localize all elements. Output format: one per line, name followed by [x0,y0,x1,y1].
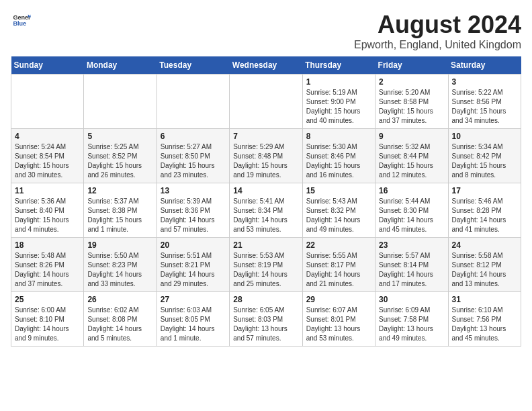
calendar-cell: 19Sunrise: 5:50 AM Sunset: 8:23 PM Dayli… [84,238,157,292]
calendar-cell [157,75,229,129]
calendar-cell: 13Sunrise: 5:39 AM Sunset: 8:36 PM Dayli… [157,183,229,238]
day-info: Sunrise: 5:25 AM Sunset: 8:52 PM Dayligh… [87,142,152,180]
page-subtitle: Epworth, England, United Kingdom [354,39,521,51]
week-row-5: 25Sunrise: 6:00 AM Sunset: 8:10 PM Dayli… [11,292,521,347]
week-row-2: 4Sunrise: 5:24 AM Sunset: 8:54 PM Daylig… [11,129,521,183]
day-info: Sunrise: 6:09 AM Sunset: 7:58 PM Dayligh… [379,306,444,343]
column-header-sunday: Sunday [11,56,84,75]
calendar-cell: 31Sunrise: 6:10 AM Sunset: 7:56 PM Dayli… [448,292,521,347]
logo: General Blue [11,11,31,32]
day-info: Sunrise: 5:30 AM Sunset: 8:46 PM Dayligh… [306,142,371,180]
day-number: 21 [233,240,298,250]
calendar-cell: 6Sunrise: 5:27 AM Sunset: 8:50 PM Daylig… [157,129,229,183]
day-number: 8 [306,132,371,141]
calendar-cell: 20Sunrise: 5:51 AM Sunset: 8:21 PM Dayli… [157,238,229,292]
day-info: Sunrise: 5:50 AM Sunset: 8:23 PM Dayligh… [87,251,152,289]
day-number: 23 [379,240,444,250]
calendar-header-row: SundayMondayTuesdayWednesdayThursdayFrid… [11,56,521,75]
day-info: Sunrise: 5:19 AM Sunset: 9:00 PM Dayligh… [306,88,371,126]
day-info: Sunrise: 5:44 AM Sunset: 8:30 PM Dayligh… [379,197,444,234]
day-info: Sunrise: 5:22 AM Sunset: 8:56 PM Dayligh… [452,88,517,126]
day-info: Sunrise: 5:41 AM Sunset: 8:34 PM Dayligh… [233,197,298,234]
day-info: Sunrise: 6:03 AM Sunset: 8:05 PM Dayligh… [161,306,226,343]
column-header-saturday: Saturday [448,56,521,75]
calendar-cell: 4Sunrise: 5:24 AM Sunset: 8:54 PM Daylig… [11,129,84,183]
calendar-cell: 3Sunrise: 5:22 AM Sunset: 8:56 PM Daylig… [448,75,521,129]
day-number: 15 [306,186,371,195]
day-number: 1 [306,77,371,87]
calendar-cell: 15Sunrise: 5:43 AM Sunset: 8:32 PM Dayli… [302,183,375,238]
day-number: 3 [452,77,517,87]
week-row-4: 18Sunrise: 5:48 AM Sunset: 8:26 PM Dayli… [11,238,521,292]
day-number: 31 [452,295,517,304]
day-info: Sunrise: 6:07 AM Sunset: 8:01 PM Dayligh… [306,306,371,343]
calendar-cell [11,75,84,129]
day-info: Sunrise: 5:24 AM Sunset: 8:54 PM Dayligh… [15,142,80,180]
day-number: 20 [161,240,226,250]
day-info: Sunrise: 5:20 AM Sunset: 8:58 PM Dayligh… [379,88,444,126]
day-info: Sunrise: 6:05 AM Sunset: 8:03 PM Dayligh… [233,306,298,343]
calendar-cell: 14Sunrise: 5:41 AM Sunset: 8:34 PM Dayli… [230,183,302,238]
day-info: Sunrise: 6:10 AM Sunset: 7:56 PM Dayligh… [452,306,517,343]
column-header-friday: Friday [375,56,448,75]
day-number: 5 [87,132,152,141]
calendar-cell: 5Sunrise: 5:25 AM Sunset: 8:52 PM Daylig… [84,129,157,183]
calendar-cell: 8Sunrise: 5:30 AM Sunset: 8:46 PM Daylig… [302,129,375,183]
calendar-cell: 10Sunrise: 5:34 AM Sunset: 8:42 PM Dayli… [448,129,521,183]
day-number: 10 [452,132,517,141]
calendar-cell: 11Sunrise: 5:36 AM Sunset: 8:40 PM Dayli… [11,183,84,238]
day-info: Sunrise: 5:43 AM Sunset: 8:32 PM Dayligh… [306,197,371,234]
day-number: 30 [379,295,444,304]
day-number: 7 [233,132,298,141]
day-info: Sunrise: 6:00 AM Sunset: 8:10 PM Dayligh… [15,306,80,343]
day-info: Sunrise: 5:57 AM Sunset: 8:14 PM Dayligh… [379,251,444,289]
day-info: Sunrise: 5:37 AM Sunset: 8:38 PM Dayligh… [87,197,152,234]
day-number: 16 [379,186,444,195]
calendar-cell: 18Sunrise: 5:48 AM Sunset: 8:26 PM Dayli… [11,238,84,292]
day-number: 6 [161,132,226,141]
calendar-cell: 24Sunrise: 5:58 AM Sunset: 8:12 PM Dayli… [448,238,521,292]
calendar-cell: 17Sunrise: 5:46 AM Sunset: 8:28 PM Dayli… [448,183,521,238]
day-number: 22 [306,240,371,250]
calendar-cell [84,75,157,129]
day-number: 12 [87,186,152,195]
day-info: Sunrise: 5:53 AM Sunset: 8:19 PM Dayligh… [233,251,298,289]
day-number: 19 [87,240,152,250]
title-block: August 2024 Epworth, England, United Kin… [354,11,521,51]
day-info: Sunrise: 5:48 AM Sunset: 8:26 PM Dayligh… [15,251,80,289]
page-header: General Blue August 2024 Epworth, Englan… [11,11,521,51]
column-header-wednesday: Wednesday [230,56,302,75]
day-number: 29 [306,295,371,304]
calendar-cell: 27Sunrise: 6:03 AM Sunset: 8:05 PM Dayli… [157,292,229,347]
calendar-cell: 9Sunrise: 5:32 AM Sunset: 8:44 PM Daylig… [375,129,448,183]
day-info: Sunrise: 5:32 AM Sunset: 8:44 PM Dayligh… [379,142,444,180]
calendar-cell: 1Sunrise: 5:19 AM Sunset: 9:00 PM Daylig… [302,75,375,129]
day-number: 24 [452,240,517,250]
day-number: 9 [379,132,444,141]
day-info: Sunrise: 5:29 AM Sunset: 8:48 PM Dayligh… [233,142,298,180]
calendar-cell: 23Sunrise: 5:57 AM Sunset: 8:14 PM Dayli… [375,238,448,292]
calendar-cell: 29Sunrise: 6:07 AM Sunset: 8:01 PM Dayli… [302,292,375,347]
calendar-table: SundayMondayTuesdayWednesdayThursdayFrid… [11,56,521,347]
svg-text:Blue: Blue [13,20,26,27]
calendar-cell: 16Sunrise: 5:44 AM Sunset: 8:30 PM Dayli… [375,183,448,238]
calendar-cell: 12Sunrise: 5:37 AM Sunset: 8:38 PM Dayli… [84,183,157,238]
day-info: Sunrise: 5:55 AM Sunset: 8:17 PM Dayligh… [306,251,371,289]
day-number: 4 [15,132,80,141]
calendar-cell: 25Sunrise: 6:00 AM Sunset: 8:10 PM Dayli… [11,292,84,347]
day-number: 28 [233,295,298,304]
day-info: Sunrise: 5:36 AM Sunset: 8:40 PM Dayligh… [15,197,80,234]
calendar-cell [230,75,302,129]
calendar-cell: 2Sunrise: 5:20 AM Sunset: 8:58 PM Daylig… [375,75,448,129]
day-number: 14 [233,186,298,195]
day-number: 11 [15,186,80,195]
week-row-1: 1Sunrise: 5:19 AM Sunset: 9:00 PM Daylig… [11,75,521,129]
calendar-cell: 26Sunrise: 6:02 AM Sunset: 8:08 PM Dayli… [84,292,157,347]
column-header-thursday: Thursday [302,56,375,75]
calendar-cell: 21Sunrise: 5:53 AM Sunset: 8:19 PM Dayli… [230,238,302,292]
day-info: Sunrise: 5:34 AM Sunset: 8:42 PM Dayligh… [452,142,517,180]
day-info: Sunrise: 5:46 AM Sunset: 8:28 PM Dayligh… [452,197,517,234]
week-row-3: 11Sunrise: 5:36 AM Sunset: 8:40 PM Dayli… [11,183,521,238]
calendar-cell: 22Sunrise: 5:55 AM Sunset: 8:17 PM Dayli… [302,238,375,292]
day-number: 13 [161,186,226,195]
